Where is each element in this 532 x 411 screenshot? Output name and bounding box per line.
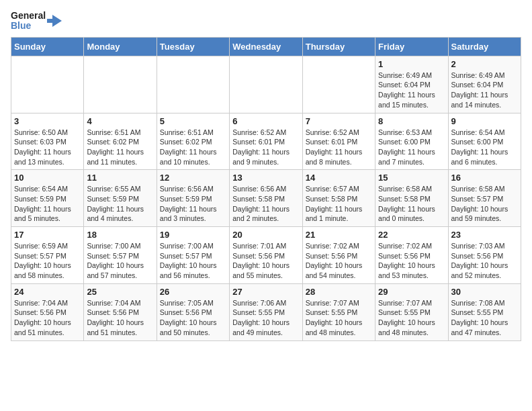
calendar-cell: 26Sunrise: 7:05 AMSunset: 5:56 PMDayligh… <box>157 283 229 340</box>
calendar-cell: 27Sunrise: 7:06 AMSunset: 5:55 PMDayligh… <box>230 283 302 340</box>
day-number: 23 <box>451 230 518 240</box>
calendar-cell: 9Sunrise: 6:54 AMSunset: 6:00 PMDaylight… <box>448 113 521 170</box>
day-number: 3 <box>14 116 81 126</box>
calendar-cell: 24Sunrise: 7:04 AMSunset: 5:56 PMDayligh… <box>11 283 84 340</box>
day-number: 11 <box>87 173 153 183</box>
weekday-header-thursday: Thursday <box>302 37 375 56</box>
calendar-cell <box>302 56 375 113</box>
calendar-table: SundayMondayTuesdayWednesdayThursdayFrid… <box>11 37 521 341</box>
day-number: 20 <box>232 230 299 240</box>
day-info: Sunrise: 7:08 AMSunset: 5:55 PMDaylight:… <box>451 298 518 338</box>
day-info: Sunrise: 6:57 AMSunset: 5:58 PMDaylight:… <box>306 184 372 224</box>
day-info: Sunrise: 6:58 AMSunset: 5:57 PMDaylight:… <box>451 184 518 224</box>
week-row-4: 17Sunrise: 6:59 AMSunset: 5:57 PMDayligh… <box>11 227 521 284</box>
page-header: General Blue <box>11 11 521 32</box>
day-number: 27 <box>232 287 299 297</box>
day-info: Sunrise: 7:07 AMSunset: 5:55 PMDaylight:… <box>306 298 372 338</box>
day-info: Sunrise: 6:54 AMSunset: 6:00 PMDaylight:… <box>451 128 518 167</box>
calendar-cell: 2Sunrise: 6:49 AMSunset: 6:04 PMDaylight… <box>448 56 521 113</box>
day-number: 24 <box>14 287 81 297</box>
calendar-cell: 5Sunrise: 6:51 AMSunset: 6:02 PMDaylight… <box>157 113 229 170</box>
day-info: Sunrise: 6:58 AMSunset: 5:58 PMDaylight:… <box>378 184 445 224</box>
calendar-cell: 16Sunrise: 6:58 AMSunset: 5:57 PMDayligh… <box>448 170 521 227</box>
calendar-cell: 29Sunrise: 7:07 AMSunset: 5:55 PMDayligh… <box>375 283 448 340</box>
day-info: Sunrise: 7:04 AMSunset: 5:56 PMDaylight:… <box>14 298 81 338</box>
svg-marker-0 <box>47 15 62 27</box>
calendar-cell: 20Sunrise: 7:01 AMSunset: 5:56 PMDayligh… <box>230 227 302 284</box>
day-number: 2 <box>451 59 518 69</box>
calendar-cell: 15Sunrise: 6:58 AMSunset: 5:58 PMDayligh… <box>375 170 448 227</box>
day-number: 6 <box>232 116 299 126</box>
day-info: Sunrise: 7:03 AMSunset: 5:56 PMDaylight:… <box>451 241 518 281</box>
day-info: Sunrise: 6:56 AMSunset: 5:58 PMDaylight:… <box>232 184 299 224</box>
day-info: Sunrise: 6:54 AMSunset: 5:59 PMDaylight:… <box>14 184 81 224</box>
weekday-header-saturday: Saturday <box>448 37 521 56</box>
day-number: 8 <box>378 116 445 126</box>
day-number: 22 <box>378 230 445 240</box>
day-info: Sunrise: 7:02 AMSunset: 5:56 PMDaylight:… <box>306 241 372 281</box>
day-number: 21 <box>306 230 372 240</box>
day-number: 5 <box>160 116 226 126</box>
day-number: 9 <box>451 116 518 126</box>
calendar-cell: 13Sunrise: 6:56 AMSunset: 5:58 PMDayligh… <box>230 170 302 227</box>
logo: General Blue <box>11 11 62 32</box>
calendar-cell: 19Sunrise: 7:00 AMSunset: 5:57 PMDayligh… <box>157 227 229 284</box>
week-row-5: 24Sunrise: 7:04 AMSunset: 5:56 PMDayligh… <box>11 283 521 340</box>
calendar-cell: 6Sunrise: 6:52 AMSunset: 6:01 PMDaylight… <box>230 113 302 170</box>
calendar-cell: 22Sunrise: 7:02 AMSunset: 5:56 PMDayligh… <box>375 227 448 284</box>
day-info: Sunrise: 6:53 AMSunset: 6:00 PMDaylight:… <box>378 128 445 167</box>
day-number: 13 <box>232 173 299 183</box>
calendar-cell <box>157 56 229 113</box>
day-number: 29 <box>378 287 445 297</box>
day-info: Sunrise: 7:01 AMSunset: 5:56 PMDaylight:… <box>232 241 299 281</box>
weekday-header-row: SundayMondayTuesdayWednesdayThursdayFrid… <box>11 37 521 56</box>
day-number: 17 <box>14 230 81 240</box>
day-info: Sunrise: 6:51 AMSunset: 6:02 PMDaylight:… <box>160 128 226 167</box>
day-number: 14 <box>306 173 372 183</box>
logo-arrow-icon <box>47 13 62 28</box>
day-number: 28 <box>306 287 372 297</box>
week-row-1: 1Sunrise: 6:49 AMSunset: 6:04 PMDaylight… <box>11 56 521 113</box>
calendar-cell: 18Sunrise: 7:00 AMSunset: 5:57 PMDayligh… <box>84 227 157 284</box>
calendar-cell: 17Sunrise: 6:59 AMSunset: 5:57 PMDayligh… <box>11 227 84 284</box>
calendar-cell <box>84 56 157 113</box>
day-number: 16 <box>451 173 518 183</box>
calendar-cell: 1Sunrise: 6:49 AMSunset: 6:04 PMDaylight… <box>375 56 448 113</box>
calendar-cell: 28Sunrise: 7:07 AMSunset: 5:55 PMDayligh… <box>302 283 375 340</box>
day-number: 10 <box>14 173 81 183</box>
day-info: Sunrise: 6:59 AMSunset: 5:57 PMDaylight:… <box>14 241 81 281</box>
calendar-cell <box>11 56 84 113</box>
day-number: 19 <box>160 230 226 240</box>
day-number: 12 <box>160 173 226 183</box>
calendar-cell: 11Sunrise: 6:55 AMSunset: 5:59 PMDayligh… <box>84 170 157 227</box>
day-info: Sunrise: 7:06 AMSunset: 5:55 PMDaylight:… <box>232 298 299 338</box>
calendar-cell: 10Sunrise: 6:54 AMSunset: 5:59 PMDayligh… <box>11 170 84 227</box>
calendar-cell <box>230 56 302 113</box>
calendar-cell: 7Sunrise: 6:52 AMSunset: 6:01 PMDaylight… <box>302 113 375 170</box>
day-info: Sunrise: 7:00 AMSunset: 5:57 PMDaylight:… <box>160 241 226 281</box>
day-number: 26 <box>160 287 226 297</box>
logo-general: General <box>11 11 46 21</box>
calendar-cell: 8Sunrise: 6:53 AMSunset: 6:00 PMDaylight… <box>375 113 448 170</box>
calendar-cell: 4Sunrise: 6:51 AMSunset: 6:02 PMDaylight… <box>84 113 157 170</box>
calendar-cell: 3Sunrise: 6:50 AMSunset: 6:03 PMDaylight… <box>11 113 84 170</box>
calendar-cell: 12Sunrise: 6:56 AMSunset: 5:59 PMDayligh… <box>157 170 229 227</box>
day-number: 30 <box>451 287 518 297</box>
day-info: Sunrise: 7:04 AMSunset: 5:56 PMDaylight:… <box>87 298 153 338</box>
weekday-header-tuesday: Tuesday <box>157 37 229 56</box>
day-number: 25 <box>87 287 153 297</box>
calendar-cell: 21Sunrise: 7:02 AMSunset: 5:56 PMDayligh… <box>302 227 375 284</box>
weekday-header-sunday: Sunday <box>11 37 84 56</box>
day-info: Sunrise: 6:52 AMSunset: 6:01 PMDaylight:… <box>306 128 372 167</box>
day-number: 1 <box>378 59 445 69</box>
calendar-cell: 25Sunrise: 7:04 AMSunset: 5:56 PMDayligh… <box>84 283 157 340</box>
day-info: Sunrise: 6:50 AMSunset: 6:03 PMDaylight:… <box>14 128 81 167</box>
calendar-cell: 23Sunrise: 7:03 AMSunset: 5:56 PMDayligh… <box>448 227 521 284</box>
week-row-3: 10Sunrise: 6:54 AMSunset: 5:59 PMDayligh… <box>11 170 521 227</box>
day-info: Sunrise: 7:00 AMSunset: 5:57 PMDaylight:… <box>87 241 153 281</box>
calendar-cell: 14Sunrise: 6:57 AMSunset: 5:58 PMDayligh… <box>302 170 375 227</box>
day-info: Sunrise: 6:49 AMSunset: 6:04 PMDaylight:… <box>378 71 445 110</box>
logo-blue: Blue <box>11 21 46 31</box>
day-info: Sunrise: 7:05 AMSunset: 5:56 PMDaylight:… <box>160 298 226 338</box>
calendar-cell: 30Sunrise: 7:08 AMSunset: 5:55 PMDayligh… <box>448 283 521 340</box>
